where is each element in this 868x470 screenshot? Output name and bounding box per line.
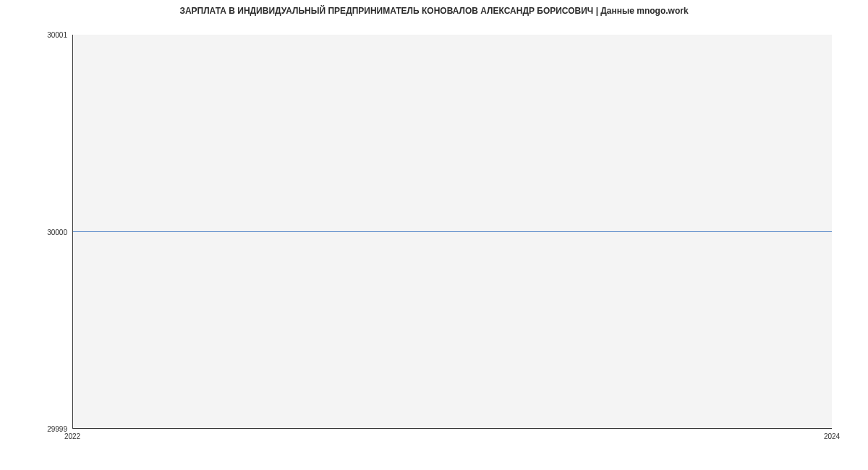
chart-title: ЗАРПЛАТА В ИНДИВИДУАЛЬНЫЙ ПРЕДПРИНИМАТЕЛ… — [0, 0, 868, 19]
y-tick-label: 30001 — [47, 31, 67, 39]
x-tick-label: 2022 — [64, 432, 80, 440]
x-tick-label: 2024 — [824, 432, 840, 440]
data-line — [73, 231, 832, 232]
y-tick-label: 29999 — [47, 425, 67, 433]
y-tick-label: 30000 — [47, 228, 67, 236]
chart-container — [72, 35, 832, 429]
plot-area — [72, 35, 832, 429]
